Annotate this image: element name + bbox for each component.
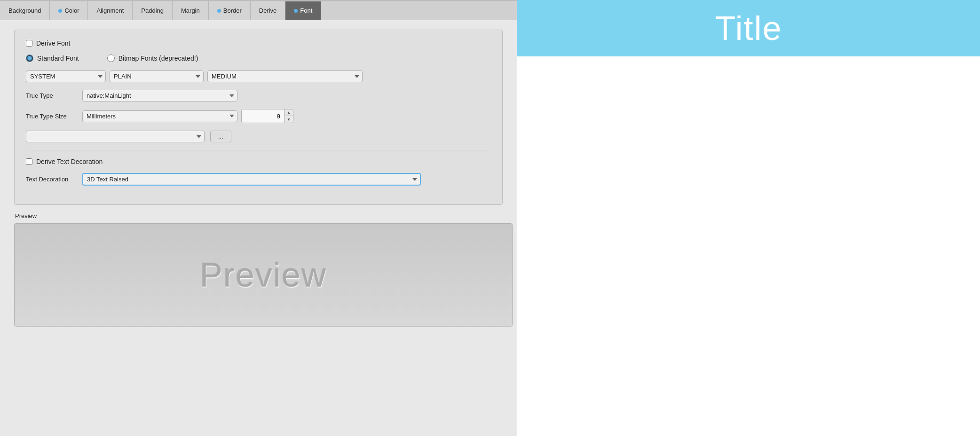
spinbox-down-button[interactable]: ▼ <box>285 116 293 123</box>
font-family-select[interactable]: SYSTEM Helvetica Arial Times <box>26 70 106 82</box>
derive-text-decoration-checkbox[interactable] <box>26 158 32 165</box>
font-style-select[interactable]: PLAIN BOLD ITALIC BOLD ITALIC <box>110 70 204 82</box>
tab-border[interactable]: Border <box>209 1 251 20</box>
text-decoration-select[interactable]: 3D Text Raised None 3D Text Sunken Under… <box>82 173 421 186</box>
color-dot-icon <box>58 9 62 13</box>
preview-text: Preview <box>200 256 327 294</box>
border-dot-icon <box>217 9 221 13</box>
true-type-label: True Type <box>26 92 82 99</box>
tab-derive[interactable]: Derive <box>251 1 286 20</box>
tab-padding-label: Padding <box>141 7 164 14</box>
tab-margin-label: Margin <box>181 7 200 14</box>
standard-font-label[interactable]: Standard Font <box>37 54 79 62</box>
font-selects-row: SYSTEM Helvetica Arial Times PLAIN BOLD … <box>26 70 491 82</box>
size-spinbox: ▲ ▼ <box>241 109 293 123</box>
derive-text-decoration-row: Derive Text Decoration <box>26 158 491 165</box>
true-type-row: True Type native:MainLight native:Main n… <box>26 90 491 101</box>
derive-text-decoration-label[interactable]: Derive Text Decoration <box>36 158 103 165</box>
spinbox-up-button[interactable]: ▲ <box>285 109 293 116</box>
size-value-input[interactable] <box>242 111 284 122</box>
tab-derive-label: Derive <box>259 7 277 14</box>
tab-background[interactable]: Background <box>0 1 50 20</box>
tab-padding[interactable]: Padding <box>133 1 173 20</box>
tab-font-label: Font <box>300 7 312 14</box>
tab-border-label: Border <box>223 7 242 14</box>
title-text: Title <box>715 9 782 47</box>
derive-font-checkbox[interactable] <box>26 40 32 47</box>
ellipsis-button[interactable]: ... <box>210 131 231 142</box>
true-type-select[interactable]: native:MainLight native:Main native:Main… <box>82 90 237 101</box>
tab-alignment[interactable]: Alignment <box>88 1 133 20</box>
font-size-select[interactable]: MEDIUM SMALL LARGE X-LARGE <box>207 70 363 82</box>
standard-font-radio[interactable] <box>26 54 33 62</box>
font-type-radio-group: Standard Font Bitmap Fonts (deprecated!) <box>26 54 491 62</box>
text-decoration-row: Text Decoration 3D Text Raised None 3D T… <box>26 173 491 186</box>
tab-margin[interactable]: Margin <box>173 1 209 20</box>
bitmap-font-label[interactable]: Bitmap Fonts (deprecated!) <box>119 54 198 62</box>
empty-select-row: ... <box>26 131 491 142</box>
derive-font-label[interactable]: Derive Font <box>36 39 70 47</box>
standard-font-option[interactable]: Standard Font <box>26 54 79 62</box>
preview-area: Preview <box>14 223 513 327</box>
content-area: Derive Font Standard Font Bitmap Fonts (… <box>0 20 517 436</box>
tab-font[interactable]: Font <box>285 1 321 20</box>
tab-color-label: Color <box>64 7 79 14</box>
true-type-size-row: True Type Size Millimeters Points Pixels… <box>26 109 491 123</box>
font-form-section: Derive Font Standard Font Bitmap Fonts (… <box>14 30 503 205</box>
right-content <box>517 56 980 436</box>
bitmap-font-option[interactable]: Bitmap Fonts (deprecated!) <box>107 54 198 62</box>
bitmap-font-radio[interactable] <box>107 54 115 62</box>
tab-background-label: Background <box>8 7 41 14</box>
derive-font-row: Derive Font <box>26 39 491 47</box>
text-decoration-label: Text Decoration <box>26 176 82 183</box>
empty-select[interactable] <box>26 131 205 142</box>
spinbox-arrows: ▲ ▼ <box>284 109 293 123</box>
tab-alignment-label: Alignment <box>96 7 124 14</box>
true-type-size-label: True Type Size <box>26 113 82 120</box>
right-panel: Title <box>517 0 980 436</box>
tab-bar: Background Color Alignment Padding Margi… <box>0 1 517 20</box>
font-dot-icon <box>294 9 298 13</box>
tab-color[interactable]: Color <box>50 1 88 20</box>
preview-label: Preview <box>14 212 503 219</box>
left-panel: Background Color Alignment Padding Margi… <box>0 0 517 436</box>
size-units-select[interactable]: Millimeters Points Pixels <box>82 110 237 122</box>
title-banner: Title <box>517 0 980 56</box>
divider <box>26 150 491 150</box>
